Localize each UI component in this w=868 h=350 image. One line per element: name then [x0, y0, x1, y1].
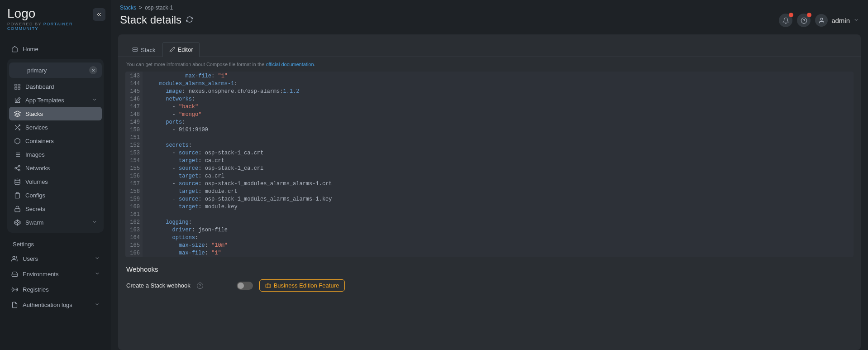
svg-rect-7 — [18, 87, 19, 89]
close-env-button[interactable]: ✕ — [89, 66, 97, 74]
user-menu[interactable]: admin — [815, 14, 859, 27]
home-icon — [11, 45, 18, 53]
nav-volumes[interactable]: Volumes — [9, 175, 102, 188]
docker-icon — [14, 66, 23, 75]
breadcrumb-root[interactable]: Stacks — [120, 5, 136, 11]
nav-environments[interactable]: Environments — [5, 267, 105, 281]
nav-stacks[interactable]: Stacks — [9, 107, 102, 120]
sidebar-collapse-button[interactable] — [93, 8, 105, 21]
nav-secrets[interactable]: Secrets — [9, 202, 102, 216]
clipboard-icon — [14, 192, 21, 199]
nav-label: Users — [23, 255, 38, 262]
svg-rect-6 — [14, 87, 16, 89]
nav-images[interactable]: Images — [9, 148, 102, 161]
svg-rect-35 — [266, 284, 271, 288]
svg-point-15 — [14, 167, 16, 169]
chevron-down-icon — [854, 17, 859, 24]
main-content: Stacks > osp-stack-1 Stack details — [111, 0, 868, 350]
chevron-down-icon — [95, 271, 100, 278]
user-name: admin — [831, 17, 850, 24]
file-text-icon — [11, 301, 18, 308]
help-circle-icon — [801, 17, 807, 24]
edit-icon — [14, 96, 21, 104]
svg-point-27 — [14, 289, 15, 290]
nav-users[interactable]: Users — [5, 251, 105, 266]
svg-rect-5 — [18, 84, 19, 86]
content-panel: Stack Editor You can get more informatio… — [118, 34, 861, 350]
svg-line-17 — [16, 168, 18, 169]
hard-drive-icon — [11, 270, 18, 278]
help-icon[interactable]: ? — [197, 283, 203, 289]
sidebar: Logo POWERED BY PORTAINER COMMUNITY Home… — [0, 0, 111, 350]
nav-label: Volumes — [25, 178, 48, 185]
notification-badge — [789, 13, 793, 17]
refresh-button[interactable] — [186, 16, 193, 24]
list-icon — [14, 151, 21, 158]
lock-icon — [14, 205, 21, 212]
pencil-icon — [169, 47, 175, 53]
nav-label: Home — [23, 46, 38, 53]
chevron-down-icon — [95, 302, 100, 308]
env-section: primary ✕ Dashboard App Templates Stacks — [7, 59, 104, 233]
nav-auth-logs[interactable]: Authentication logs — [5, 297, 105, 312]
business-edition-badge[interactable]: Business Edition Feature — [259, 279, 345, 292]
users-icon — [11, 255, 18, 262]
webhook-toggle[interactable] — [237, 282, 253, 290]
nav-configs[interactable]: Configs — [9, 188, 102, 202]
nav-home[interactable]: Home — [5, 42, 105, 56]
svg-rect-20 — [16, 192, 19, 194]
database-icon — [14, 178, 21, 185]
avatar — [815, 14, 828, 27]
notifications-button[interactable] — [779, 14, 792, 27]
logo: Logo — [7, 6, 104, 21]
settings-section-label: Settings — [5, 234, 105, 250]
code-content[interactable]: max-file: "1" modules_alarms_alarms-1: i… — [143, 72, 854, 257]
nav-label: Swarm — [25, 219, 43, 226]
svg-point-19 — [14, 179, 19, 181]
bell-icon — [782, 17, 789, 24]
webhooks-title: Webhooks — [126, 265, 853, 273]
nav-label: Services — [25, 124, 48, 131]
nav-services[interactable]: Services — [9, 120, 102, 134]
svg-line-18 — [16, 167, 18, 168]
briefcase-icon — [265, 283, 271, 288]
layers-icon — [14, 110, 21, 117]
breadcrumb: Stacks > osp-stack-1 — [120, 5, 779, 11]
tabs: Stack Editor — [118, 34, 861, 57]
shuffle-icon — [14, 124, 21, 131]
env-name: primary — [27, 67, 47, 74]
nav-containers[interactable]: Containers — [9, 134, 102, 148]
compose-hint: You can get more information about Compo… — [118, 57, 861, 72]
svg-point-14 — [18, 165, 20, 167]
tab-stack[interactable]: Stack — [125, 42, 162, 57]
chevron-down-icon — [92, 219, 97, 226]
tab-editor[interactable]: Editor — [162, 42, 200, 57]
server-icon — [132, 47, 138, 53]
create-webhook-label: Create a Stack webhook — [126, 282, 191, 289]
tab-label: Stack — [141, 47, 156, 53]
docs-link[interactable]: official documentation — [266, 62, 314, 67]
help-button[interactable] — [797, 14, 811, 27]
nav-label: Environments — [23, 271, 58, 278]
box-icon — [14, 137, 21, 144]
svg-rect-3 — [17, 68, 18, 69]
nav-registries[interactable]: Registries — [5, 282, 105, 297]
nav-label: Networks — [25, 165, 50, 172]
powered-by: POWERED BY PORTAINER COMMUNITY — [7, 22, 104, 31]
help-badge — [807, 13, 811, 17]
nav-dashboard[interactable]: Dashboard — [9, 80, 102, 93]
breadcrumb-current: osp-stack-1 — [145, 5, 173, 11]
nav-app-templates[interactable]: App Templates — [9, 93, 102, 107]
svg-rect-0 — [16, 70, 17, 71]
svg-point-16 — [18, 169, 20, 171]
line-gutter: 1431441451461471481491501511521531541551… — [125, 72, 143, 257]
svg-point-28 — [801, 18, 807, 24]
svg-point-30 — [820, 18, 823, 20]
env-selector[interactable]: primary ✕ — [9, 62, 102, 78]
codepen-icon — [14, 219, 21, 226]
nav-networks[interactable]: Networks — [9, 161, 102, 175]
code-editor[interactable]: 1431441451461471481491501511521531541551… — [125, 72, 854, 257]
user-icon — [818, 17, 825, 24]
nav-label: Dashboard — [25, 83, 54, 90]
nav-swarm[interactable]: Swarm — [9, 216, 102, 229]
